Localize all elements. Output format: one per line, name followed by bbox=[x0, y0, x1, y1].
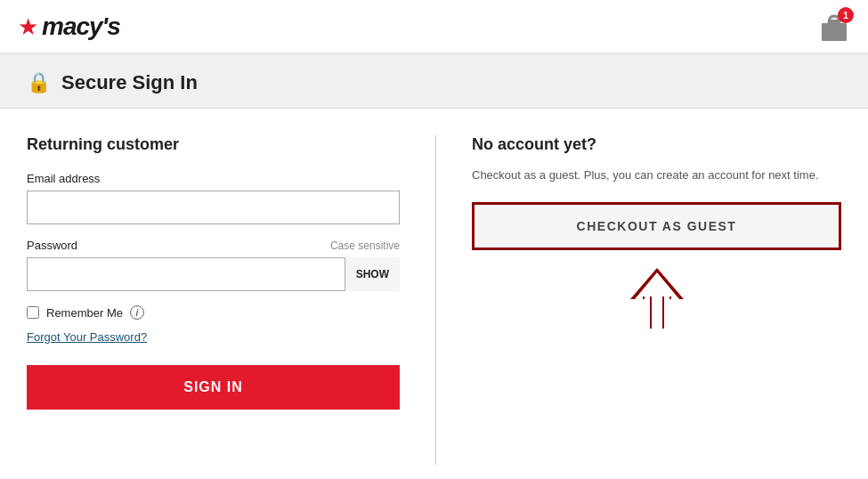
main-content: Returning customer Email address Passwor… bbox=[0, 109, 868, 479]
annotation-arrow bbox=[472, 268, 841, 330]
svg-rect-0 bbox=[822, 23, 847, 41]
header: ★ macy's 1 bbox=[0, 0, 868, 53]
page-title: Secure Sign In bbox=[61, 71, 198, 94]
svg-rect-1 bbox=[830, 20, 839, 23]
email-label: Email address bbox=[27, 172, 400, 185]
case-sensitive-label: Case sensitive bbox=[330, 240, 400, 252]
svg-rect-5 bbox=[652, 296, 662, 329]
returning-customer-panel: Returning customer Email address Passwor… bbox=[27, 135, 436, 465]
remember-me-checkbox[interactable] bbox=[27, 306, 39, 319]
checkout-as-guest-button[interactable]: CHECKOUT AS GUEST bbox=[472, 202, 841, 250]
up-arrow-icon bbox=[630, 268, 684, 330]
no-account-description: Checkout as a guest. Plus, you can creat… bbox=[472, 166, 841, 184]
svg-marker-4 bbox=[635, 272, 679, 299]
email-input[interactable] bbox=[27, 191, 400, 224]
page-header: 🔒 Secure Sign In bbox=[0, 53, 868, 109]
cart-icon-wrap[interactable]: 1 bbox=[818, 11, 850, 43]
logo[interactable]: ★ macy's bbox=[18, 12, 120, 41]
remember-me-label: Remember Me bbox=[46, 306, 123, 320]
returning-customer-title: Returning customer bbox=[27, 135, 400, 154]
show-password-button[interactable]: SHOW bbox=[345, 257, 400, 291]
remember-me-row: Remember Me i bbox=[27, 305, 400, 320]
forgot-password-link[interactable]: Forgot Your Password? bbox=[27, 330, 400, 344]
cart-badge[interactable]: 1 bbox=[838, 7, 854, 23]
lock-icon: 🔒 bbox=[27, 71, 51, 94]
info-icon[interactable]: i bbox=[130, 305, 144, 320]
password-label: Password bbox=[27, 239, 77, 252]
logo-text: macy's bbox=[42, 12, 120, 41]
password-input-wrap: SHOW bbox=[27, 257, 400, 291]
no-account-title: No account yet? bbox=[472, 135, 841, 154]
password-row: Password Case sensitive bbox=[27, 239, 400, 252]
sign-in-button[interactable]: SIGN IN bbox=[27, 365, 400, 410]
no-account-panel: No account yet? Checkout as a guest. Plu… bbox=[436, 135, 841, 465]
logo-star-icon: ★ bbox=[18, 15, 38, 38]
